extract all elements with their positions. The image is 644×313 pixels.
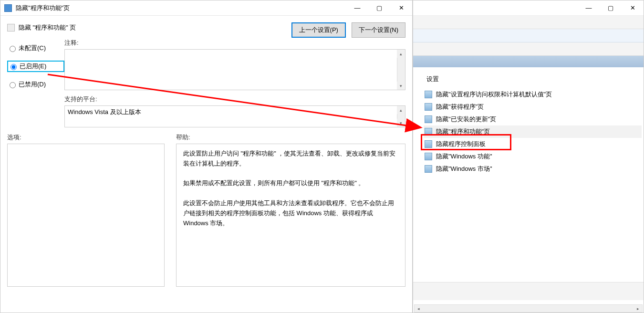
policy-icon <box>4 4 12 12</box>
radio-enabled-label: 已启用(E) <box>20 62 46 71</box>
scroll-down-icon[interactable]: ▾ <box>397 82 405 90</box>
scroll-up-icon[interactable]: ▴ <box>397 50 405 58</box>
settings-item[interactable]: 隐藏"获得程序"页 <box>424 101 642 113</box>
radio-enabled[interactable]: 已启用(E) <box>7 61 64 72</box>
settings-item-label: 隐藏程序控制面板 <box>436 140 486 148</box>
scroll-down-icon[interactable]: ▾ <box>397 119 405 127</box>
policy-icon <box>425 165 432 173</box>
comment-textarea[interactable]: ▴ ▾ <box>64 49 405 90</box>
list-addressbar <box>413 29 644 42</box>
radio-disabled[interactable]: 已禁用(D) <box>7 79 64 90</box>
settings-item-label: 隐藏"设置程序访问权限和计算机默认值"页 <box>436 90 552 99</box>
settings-item-selected[interactable]: 隐藏"程序和功能"页 <box>424 125 642 138</box>
help-label: 帮助: <box>176 133 405 142</box>
settings-item[interactable]: 隐藏程序控制面板 <box>424 138 642 150</box>
help-paragraph: 此设置不会防止用户使用其他工具和方法来查看或卸载程序。它也不会防止用户链接到相关… <box>183 198 398 228</box>
policy-icon <box>425 103 432 111</box>
dialog-title: 隐藏"程序和功能"页 <box>16 4 346 12</box>
policy-icon <box>425 153 432 160</box>
policy-icon <box>425 128 432 136</box>
radio-enabled-input[interactable] <box>10 64 17 70</box>
next-setting-button[interactable]: 下一个设置(N) <box>352 22 405 38</box>
group-header: 设置 <box>426 75 642 83</box>
maximize-button[interactable]: ▢ <box>600 1 622 15</box>
radio-not-configured-input[interactable] <box>10 46 16 52</box>
settings-item[interactable]: 隐藏"Windows 功能" <box>424 150 642 163</box>
policy-icon <box>425 140 432 148</box>
policy-item-icon <box>7 24 15 31</box>
settings-item-label: 隐藏"Windows 功能" <box>436 152 492 161</box>
settings-item-label: 隐藏"程序和功能"页 <box>436 127 490 136</box>
radio-disabled-input[interactable] <box>10 82 16 88</box>
radio-not-configured-label: 未配置(C) <box>19 44 46 52</box>
comment-label: 注释: <box>64 39 405 47</box>
policy-icon <box>425 91 432 98</box>
policy-name-label: 隐藏 "程序和功能" 页 <box>19 23 76 32</box>
radio-not-configured[interactable]: 未配置(C) <box>7 42 64 54</box>
help-paragraph: 如果禁用或不配置此设置，则所有用户都可以使用 "程序和功能" 。 <box>183 178 398 188</box>
minimize-button[interactable]: ― <box>578 1 600 15</box>
list-titlebar[interactable]: ― ▢ ✕ <box>413 0 644 16</box>
dialog-titlebar[interactable]: 隐藏"程序和功能"页 ― ▢ ✕ <box>0 0 412 16</box>
settings-list: 设置 隐藏"设置程序访问权限和计算机默认值"页 隐藏"获得程序"页 隐藏"已安装… <box>413 67 644 282</box>
help-pane: 此设置防止用户访问 "程序和功能" ，使其无法查看、卸载、更改或修复当前安装在计… <box>176 144 405 287</box>
settings-item-label: 隐藏"已安装的更新"页 <box>436 115 496 124</box>
settings-item-label: 隐藏"Windows 市场" <box>436 165 492 173</box>
scroll-left-icon[interactable]: ◂ <box>415 305 423 312</box>
supported-text: Windows Vista 及以上版本 <box>65 106 405 118</box>
statusbar <box>413 282 644 300</box>
close-button[interactable]: ✕ <box>390 1 412 15</box>
radio-disabled-label: 已禁用(D) <box>19 80 46 89</box>
policy-icon <box>425 115 432 123</box>
scroll-right-icon[interactable]: ▸ <box>634 305 642 312</box>
options-label: 选项: <box>7 133 165 142</box>
list-column-header[interactable] <box>413 56 644 67</box>
settings-item-label: 隐藏"获得程序"页 <box>436 103 484 111</box>
previous-setting-button[interactable]: 上一个设置(P) <box>291 22 346 38</box>
settings-list-window: ― ▢ ✕ 设置 隐藏"设置程序访问权限和计算机默认值"页 隐藏"获得程序"页 … <box>413 0 644 313</box>
supported-textarea: Windows Vista 及以上版本 ▴ ▾ <box>64 105 405 127</box>
close-button[interactable]: ✕ <box>622 1 644 15</box>
policy-dialog-window: 隐藏"程序和功能"页 ― ▢ ✕ 隐藏 "程序和功能" 页 上一个设置(P) 下… <box>0 0 413 313</box>
horizontal-scrollbar[interactable]: ◂ ▸ <box>414 304 643 313</box>
settings-item[interactable]: 隐藏"已安装的更新"页 <box>424 113 642 125</box>
maximize-button[interactable]: ▢ <box>368 1 390 15</box>
settings-item[interactable]: 隐藏"Windows 市场" <box>424 163 642 175</box>
help-paragraph: 此设置防止用户访问 "程序和功能" ，使其无法查看、卸载、更改或修复当前安装在计… <box>183 149 398 169</box>
list-commandbar <box>413 42 644 56</box>
minimize-button[interactable]: ― <box>346 1 368 15</box>
options-pane <box>7 144 165 287</box>
supported-label: 支持的平台: <box>64 95 405 104</box>
list-toolbar <box>413 16 644 29</box>
scroll-up-icon[interactable]: ▴ <box>397 106 405 114</box>
settings-item[interactable]: 隐藏"设置程序访问权限和计算机默认值"页 <box>424 88 642 101</box>
